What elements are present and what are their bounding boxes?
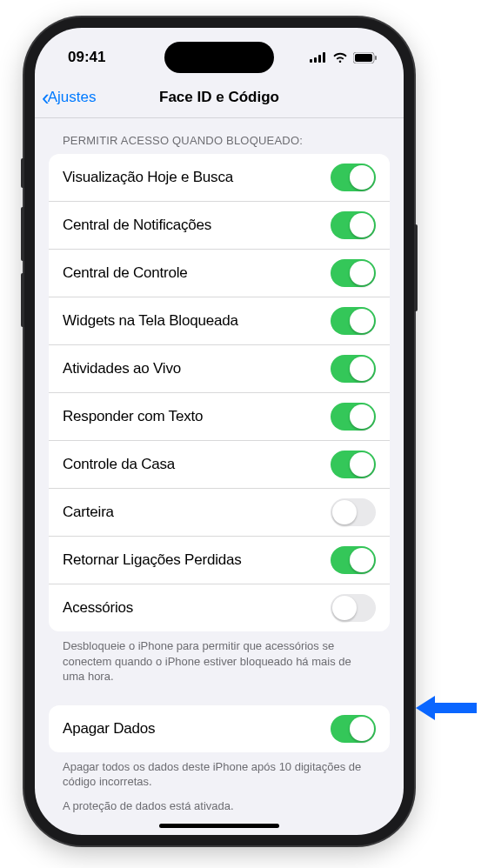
dynamic-island: [164, 42, 274, 73]
back-button[interactable]: ‹ Ajustes: [42, 86, 96, 109]
row-label: Widgets na Tela Bloqueada: [63, 312, 238, 330]
svg-rect-2: [318, 55, 321, 63]
wifi-icon: [332, 52, 348, 63]
toggle-reply-with-message[interactable]: [331, 403, 376, 431]
row-return-missed-calls: Retornar Ligações Perdidas: [49, 536, 390, 584]
status-time: 09:41: [68, 49, 105, 66]
settings-content[interactable]: Permitir acesso quando bloqueado: Visual…: [35, 118, 404, 835]
screen: 09:41 ‹ Ajustes: [35, 28, 404, 835]
iphone-frame: 09:41 ‹ Ajustes: [24, 17, 414, 845]
lock-access-footer: Desbloqueie o iPhone para permitir que a…: [49, 631, 390, 684]
row-label: Acessórios: [63, 599, 133, 617]
toggle-accessories[interactable]: [331, 594, 376, 622]
toggle-control-center[interactable]: [331, 259, 376, 287]
row-accessories: Acessórios: [49, 584, 390, 631]
home-indicator[interactable]: [159, 824, 279, 828]
row-notification-center: Central de Notificações: [49, 201, 390, 249]
erase-data-footer-2: A proteção de dados está ativada.: [49, 790, 390, 814]
toggle-home-control[interactable]: [331, 451, 376, 478]
svg-rect-5: [355, 54, 372, 62]
toggle-return-missed-calls[interactable]: [331, 546, 376, 574]
battery-icon: [353, 52, 378, 63]
toggle-erase-data[interactable]: [331, 715, 376, 743]
row-label: Carteira: [63, 504, 114, 521]
svg-rect-1: [314, 57, 317, 63]
row-label: Visualização Hoje e Busca: [63, 169, 233, 186]
row-today-search: Visualização Hoje e Busca: [49, 154, 390, 201]
row-live-activities: Atividades ao Vivo: [49, 344, 390, 392]
toggle-wallet[interactable]: [331, 498, 376, 526]
row-label: Central de Controle: [63, 264, 188, 282]
row-label: Retornar Ligações Perdidas: [63, 551, 242, 569]
row-home-control: Controle da Casa: [49, 440, 390, 488]
back-label: Ajustes: [48, 89, 97, 106]
toggle-today-search[interactable]: [331, 164, 376, 191]
row-control-center: Central de Controle: [49, 249, 390, 297]
row-label: Controle da Casa: [63, 456, 175, 473]
svg-marker-8: [416, 696, 435, 720]
cellular-icon: [310, 52, 327, 63]
row-label: Apagar Dados: [63, 720, 155, 738]
svg-rect-3: [323, 52, 325, 63]
callout-arrow: [416, 692, 477, 724]
volume-down-button: [21, 273, 24, 327]
lock-access-header: Permitir acesso quando bloqueado:: [49, 118, 390, 154]
power-button: [414, 224, 418, 311]
svg-rect-0: [310, 59, 312, 63]
row-label: Atividades ao Vivo: [63, 360, 181, 377]
erase-data-group: Apagar Dados: [49, 705, 390, 752]
lock-access-group: Visualização Hoje e Busca Central de Not…: [49, 154, 390, 631]
toggle-lockscreen-widgets[interactable]: [331, 307, 376, 335]
toggle-live-activities[interactable]: [331, 355, 376, 383]
row-wallet: Carteira: [49, 488, 390, 536]
toggle-notification-center[interactable]: [331, 211, 376, 239]
svg-rect-6: [375, 56, 377, 60]
row-label: Central de Notificações: [63, 217, 211, 234]
nav-bar: ‹ Ajustes Face ID e Código: [35, 77, 404, 118]
volume-up-button: [21, 207, 24, 261]
mute-switch: [21, 158, 24, 188]
row-lockscreen-widgets: Widgets na Tela Bloqueada: [49, 297, 390, 344]
row-reply-with-message: Responder com Texto: [49, 392, 390, 440]
row-erase-data: Apagar Dados: [49, 705, 390, 752]
erase-data-footer-1: Apagar todos os dados deste iPhone após …: [49, 752, 390, 790]
row-label: Responder com Texto: [63, 408, 203, 425]
